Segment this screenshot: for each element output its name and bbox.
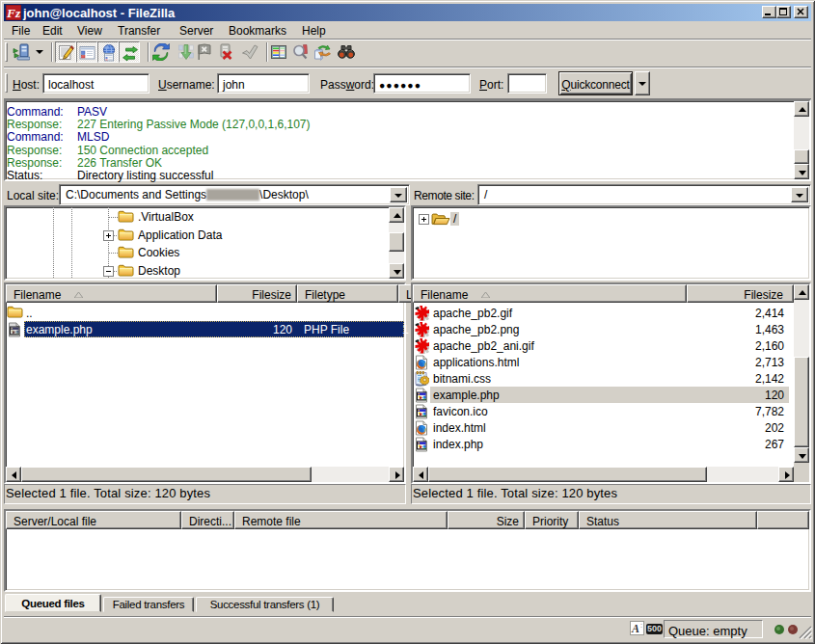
- svg-text:Fz: Fz: [6, 6, 21, 20]
